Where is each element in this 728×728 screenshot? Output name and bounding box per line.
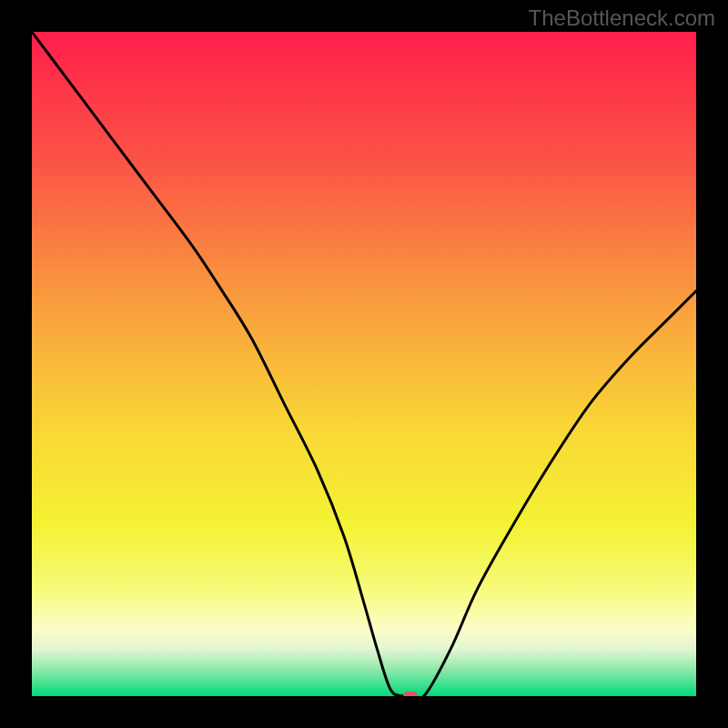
chart-frame: TheBottleneck.com bbox=[0, 0, 728, 728]
gradient-background bbox=[32, 32, 696, 696]
watermark-text: TheBottleneck.com bbox=[529, 5, 715, 31]
plot-area bbox=[32, 32, 696, 696]
svg-rect-0 bbox=[32, 32, 696, 696]
optimal-point-marker bbox=[403, 692, 418, 696]
